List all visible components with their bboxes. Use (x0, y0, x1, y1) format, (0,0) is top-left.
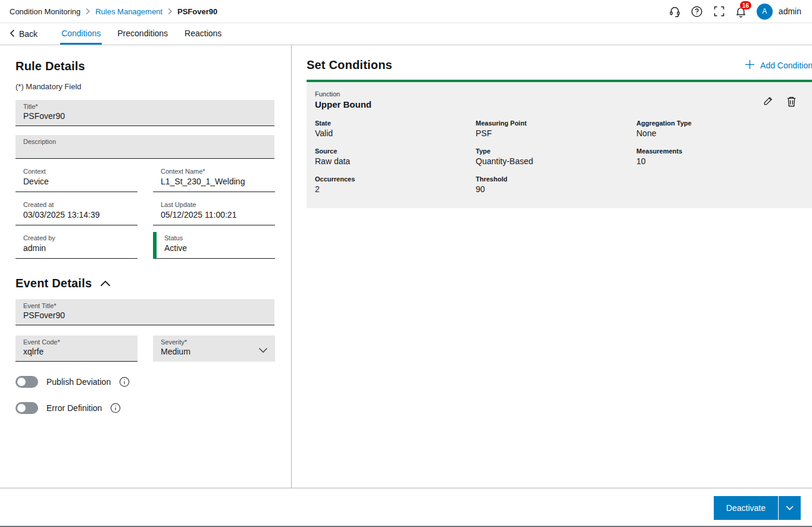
error-definition-label: Error Definition (46, 403, 102, 413)
notifications-bell-icon[interactable]: 16 (735, 5, 748, 18)
condition-field-value: 10 (636, 156, 797, 166)
description-field-label: Description (23, 138, 267, 145)
set-conditions-header: Set Conditions Add Condition (307, 58, 812, 72)
user-avatar[interactable]: A (757, 4, 773, 20)
context-name-field: Context Name* L1_St_230_1_Welding (153, 165, 275, 192)
plus-icon (745, 59, 755, 71)
chevron-up-icon (100, 278, 111, 289)
rule-details-title: Rule Details (15, 59, 274, 73)
error-definition-info-icon[interactable] (110, 403, 121, 413)
severity-select[interactable]: Severity* Medium (153, 335, 275, 362)
title-field[interactable]: Title* PSFover90 (15, 100, 274, 126)
deactivate-dropdown-button[interactable] (778, 496, 801, 520)
event-title-field-label: Event Title* (23, 302, 267, 309)
created-by-field-label: Created by (23, 234, 138, 241)
context-field: Context Device (15, 165, 138, 192)
condition-card-actions (762, 95, 797, 107)
severity-select-value: Medium (161, 347, 267, 357)
event-code-field-value: xqlrfe (23, 347, 130, 357)
title-field-label: Title* (23, 103, 267, 110)
function-label: Function (315, 90, 371, 98)
condition-field-value: Valid (315, 128, 476, 138)
deactivate-button[interactable]: Deactivate (714, 496, 778, 520)
function-value: Upper Bound (315, 99, 371, 109)
error-definition-toggle[interactable] (15, 402, 38, 414)
tab-bar: Back Conditions Preconditions Reactions (0, 23, 812, 45)
event-code-field-label: Event Code* (23, 338, 130, 346)
condition-field-type: Type Quantity-Based (476, 148, 636, 166)
last-update-field-value: 05/12/2025 11:00:21 (161, 210, 275, 219)
breadcrumb-item-condition-monitoring[interactable]: Condition Monitoring (10, 7, 80, 16)
condition-field-value: Quantity-Based (476, 156, 636, 166)
condition-field-threshold: Threshold 90 (476, 175, 636, 194)
publish-deviation-toggle[interactable] (15, 376, 38, 388)
top-bar-actions: 16 A admin (669, 4, 801, 20)
condition-card: Function Upper Bound (307, 80, 812, 208)
publish-deviation-info-icon[interactable] (119, 377, 130, 387)
created-at-field-value: 03/03/2025 13:14:39 (23, 210, 138, 219)
condition-field-label: Measurements (636, 148, 797, 155)
app-window: Condition Monitoring Rules Management PS… (0, 0, 812, 527)
last-update-field: Last Update 05/12/2025 11:00:21 (153, 199, 275, 225)
toggle-knob (17, 404, 26, 412)
condition-field-measuring-point: Measuring Point PSF (476, 120, 636, 138)
status-field: Status Active (153, 232, 275, 259)
back-button[interactable]: Back (10, 23, 42, 45)
condition-field-label: Source (315, 148, 476, 155)
breadcrumb-item-rules-management[interactable]: Rules Management (95, 7, 163, 16)
breadcrumb-item-current-rule: PSFover90 (177, 7, 217, 16)
condition-field-value: 2 (315, 184, 476, 194)
notification-count-badge: 16 (740, 1, 751, 10)
user-name[interactable]: admin (779, 7, 801, 16)
condition-field-label: Type (476, 148, 636, 155)
context-name-field-value: L1_St_230_1_Welding (161, 177, 275, 186)
collapse-event-details-button[interactable] (100, 278, 111, 289)
created-row: Created at 03/03/2025 13:14:39 Last Upda… (15, 192, 274, 225)
set-conditions-title: Set Conditions (307, 58, 392, 72)
condition-field-label: Aggregation Type (636, 120, 797, 127)
publish-deviation-label: Publish Deviation (46, 377, 111, 387)
condition-card-grid: State Valid Measuring Point PSF Aggregat… (315, 120, 797, 194)
description-field-value (23, 146, 267, 156)
event-details-header: Event Details (15, 277, 274, 290)
content-area: Rule Details (*) Mandatory Field Title* … (0, 45, 812, 488)
condition-field-state: State Valid (315, 120, 476, 138)
condition-field-source: Source Raw data (315, 148, 476, 166)
event-code-field[interactable]: Event Code* xqlrfe (15, 335, 138, 362)
toggle-knob (17, 378, 26, 386)
back-button-label: Back (19, 29, 38, 39)
rule-details-panel: Rule Details (*) Mandatory Field Title* … (0, 45, 292, 488)
event-title-field[interactable]: Event Title* PSFover90 (15, 299, 274, 325)
add-condition-button[interactable]: Add Condition (745, 59, 812, 71)
chevron-left-icon (10, 29, 15, 39)
help-icon[interactable] (691, 5, 704, 18)
top-bar: Condition Monitoring Rules Management PS… (0, 0, 812, 23)
created-by-field-value: admin (23, 243, 138, 253)
support-headset-icon[interactable] (669, 5, 682, 18)
status-field-label: Status (164, 234, 275, 241)
condition-field-value: None (636, 128, 797, 138)
edit-condition-pencil-icon[interactable] (762, 95, 774, 107)
severity-select-label: Severity* (161, 338, 267, 346)
fullscreen-icon[interactable] (713, 5, 726, 18)
condition-field-label: Threshold (476, 175, 636, 183)
author-status-row: Created by admin Status Active (15, 225, 274, 259)
last-update-field-label: Last Update (161, 201, 275, 208)
tab-reactions[interactable]: Reactions (183, 23, 223, 45)
deactivate-split-button: Deactivate (714, 496, 801, 520)
delete-condition-trash-icon[interactable] (785, 95, 797, 107)
condition-card-head: Function Upper Bound (315, 90, 797, 109)
error-definition-row: Error Definition (15, 402, 274, 414)
condition-field-measurements: Measurements 10 (636, 148, 797, 166)
tab-preconditions[interactable]: Preconditions (116, 23, 169, 45)
add-condition-label: Add Condition (760, 61, 812, 70)
created-at-field-label: Created at (23, 201, 138, 208)
title-field-value: PSFover90 (23, 111, 267, 121)
breadcrumb: Condition Monitoring Rules Management PS… (10, 7, 217, 16)
context-name-field-label: Context Name* (161, 168, 275, 175)
event-title-field-value: PSFover90 (23, 310, 267, 321)
tab-conditions[interactable]: Conditions (60, 23, 102, 45)
context-field-value: Device (23, 177, 138, 186)
created-at-field: Created at 03/03/2025 13:14:39 (15, 199, 138, 225)
description-field[interactable]: Description (15, 135, 274, 159)
